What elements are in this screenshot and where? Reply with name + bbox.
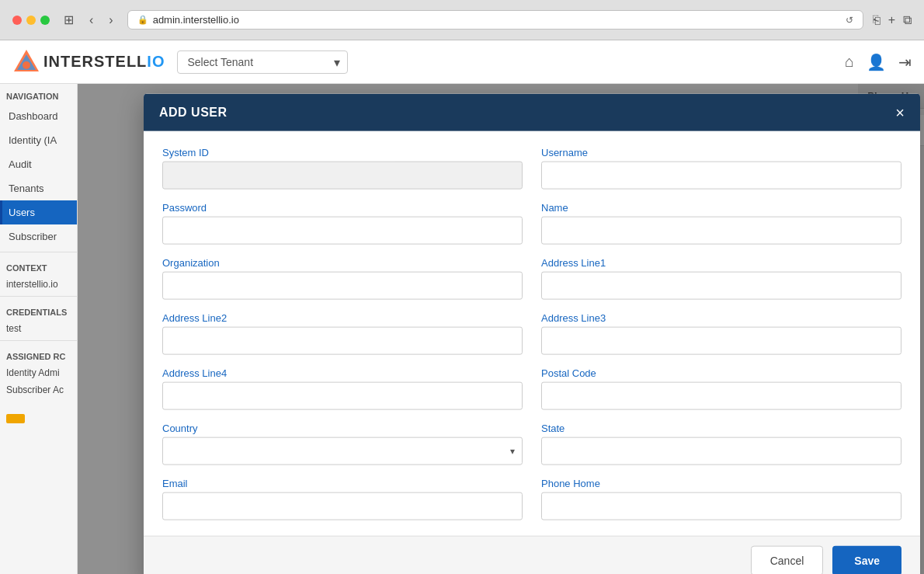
email-input[interactable] — [162, 492, 523, 520]
address-line2-label: Address Line2 — [162, 311, 523, 323]
browser-controls: ⊞ ‹ › — [59, 11, 118, 29]
state-label: State — [541, 422, 901, 433]
modal-close-button[interactable]: × — [895, 104, 905, 120]
modal-title: ADD USER — [159, 105, 228, 119]
address-line2-field: Address Line2 — [162, 311, 523, 354]
minimize-traffic-light[interactable] — [26, 16, 36, 25]
email-field: Email — [162, 477, 523, 520]
sidebar-item-users[interactable]: Users — [0, 200, 77, 224]
sidebar-divider-3 — [0, 340, 77, 341]
split-view-icon[interactable]: ⧉ — [903, 13, 912, 27]
address-line1-label: Address Line1 — [541, 256, 901, 268]
app: INTERSTELLIO Select Tenant ⌂ 👤 ⇥ NAVIGAT… — [0, 40, 924, 574]
postal-code-input[interactable] — [541, 381, 901, 409]
new-tab-icon[interactable]: + — [888, 13, 895, 27]
forward-btn[interactable]: › — [104, 12, 117, 29]
browser-chrome: ⊞ ‹ › 🔒 admin.interstellio.io ↺ ⎗ + ⧉ — [0, 0, 924, 40]
modal-body: System ID Username Password — [144, 130, 920, 535]
address-line4-field: Address Line4 — [162, 367, 523, 409]
credentials-value: test — [0, 320, 77, 337]
state-field: State — [541, 422, 901, 464]
navigation-label: NAVIGATION — [0, 84, 77, 104]
sidebar-item-audit[interactable]: Audit — [0, 152, 77, 176]
address-bar[interactable]: 🔒 admin.interstellio.io ↺ — [127, 10, 863, 30]
state-input[interactable] — [541, 437, 901, 464]
assigned-role-2: Subscriber Ac — [0, 381, 77, 398]
system-id-label: System ID — [162, 146, 523, 158]
browser-actions: ⎗ + ⧉ — [873, 13, 912, 27]
address-line3-label: Address Line3 — [541, 311, 901, 323]
sidebar-toggle-btn[interactable]: ⊞ — [59, 11, 78, 29]
user-profile-icon[interactable]: 👤 — [867, 53, 886, 71]
address-line2-input[interactable] — [162, 326, 523, 354]
phone-home-field: Phone Home — [541, 477, 901, 520]
postal-code-field: Postal Code — [541, 367, 901, 409]
system-id-input[interactable] — [162, 161, 523, 189]
phone-home-label: Phone Home — [541, 477, 901, 489]
name-label: Name — [541, 201, 901, 213]
password-input[interactable] — [162, 216, 523, 244]
app-header: INTERSTELLIO Select Tenant ⌂ 👤 ⇥ — [0, 40, 924, 84]
logo-icon — [12, 48, 40, 76]
close-traffic-light[interactable] — [12, 16, 22, 25]
url-text: admin.interstellio.io — [153, 14, 239, 26]
sidebar-item-subscribers[interactable]: Subscriber — [0, 224, 77, 249]
modal-footer: Cancel Save — [144, 535, 920, 574]
context-label: CONTEXT — [0, 256, 77, 276]
sidebar: NAVIGATION Dashboard Identity (IA Audit … — [0, 84, 78, 574]
lock-icon: 🔒 — [137, 15, 148, 25]
sidebar-item-tenants[interactable]: Tenants — [0, 176, 77, 200]
svg-point-2 — [23, 61, 30, 69]
organization-field: Organization — [162, 256, 523, 299]
save-button[interactable]: Save — [832, 545, 901, 574]
organization-label: Organization — [162, 256, 523, 268]
postal-code-label: Postal Code — [541, 367, 901, 378]
form-grid: System ID Username Password — [162, 146, 901, 520]
header-actions: ⌂ 👤 ⇥ — [845, 53, 912, 71]
password-field: Password — [162, 201, 523, 244]
back-btn[interactable]: ‹ — [85, 12, 98, 29]
address-line3-input[interactable] — [541, 326, 901, 354]
share-icon[interactable]: ⎗ — [873, 13, 881, 27]
username-input[interactable] — [541, 161, 901, 189]
password-label: Password — [162, 201, 523, 213]
sidebar-divider-1 — [0, 252, 77, 252]
sidebar-item-identity[interactable]: Identity (IA — [0, 128, 77, 152]
cancel-button[interactable]: Cancel — [751, 545, 824, 574]
sidebar-divider-2 — [0, 296, 77, 297]
main-area: NAVIGATION Dashboard Identity (IA Audit … — [0, 84, 924, 574]
address-line3-field: Address Line3 — [541, 311, 901, 354]
logo-text: INTERSTELLIO — [43, 53, 165, 71]
assigned-roles-label: ASSIGNED RC — [0, 344, 77, 364]
assigned-role-1: Identity Admi — [0, 364, 77, 381]
refresh-icon[interactable]: ↺ — [846, 15, 853, 26]
organization-input[interactable] — [162, 271, 523, 299]
country-select[interactable] — [162, 437, 523, 464]
tenant-select[interactable]: Select Tenant — [177, 50, 348, 74]
username-field: Username — [541, 146, 901, 189]
content-area: Phone Ho +27 83 23 1 Next New ↑ ADD USER… — [78, 84, 924, 574]
logout-icon[interactable]: ⇥ — [898, 53, 912, 71]
fullscreen-traffic-light[interactable] — [40, 16, 50, 25]
address-line1-field: Address Line1 — [541, 256, 901, 299]
sidebar-item-dashboard[interactable]: Dashboard — [0, 104, 77, 128]
tenant-select-wrapper: Select Tenant — [177, 50, 348, 74]
address-line4-label: Address Line4 — [162, 367, 523, 378]
logo-area: INTERSTELLIO — [12, 48, 165, 76]
credentials-label: CREDENTIALS — [0, 300, 77, 320]
traffic-lights — [12, 16, 50, 25]
home-icon[interactable]: ⌂ — [845, 53, 854, 71]
country-field: Country — [162, 422, 523, 464]
name-input[interactable] — [541, 216, 901, 244]
phone-home-input[interactable] — [541, 492, 901, 520]
email-label: Email — [162, 477, 523, 489]
modal-header: ADD USER × — [144, 93, 920, 130]
system-id-field: System ID — [162, 146, 523, 189]
country-select-wrapper — [162, 437, 523, 464]
country-label: Country — [162, 422, 523, 433]
username-label: Username — [541, 146, 901, 158]
address-line1-input[interactable] — [541, 271, 901, 299]
address-line4-input[interactable] — [162, 381, 523, 409]
add-user-modal: ADD USER × System ID Username — [144, 93, 920, 574]
action-tag[interactable] — [6, 414, 25, 423]
